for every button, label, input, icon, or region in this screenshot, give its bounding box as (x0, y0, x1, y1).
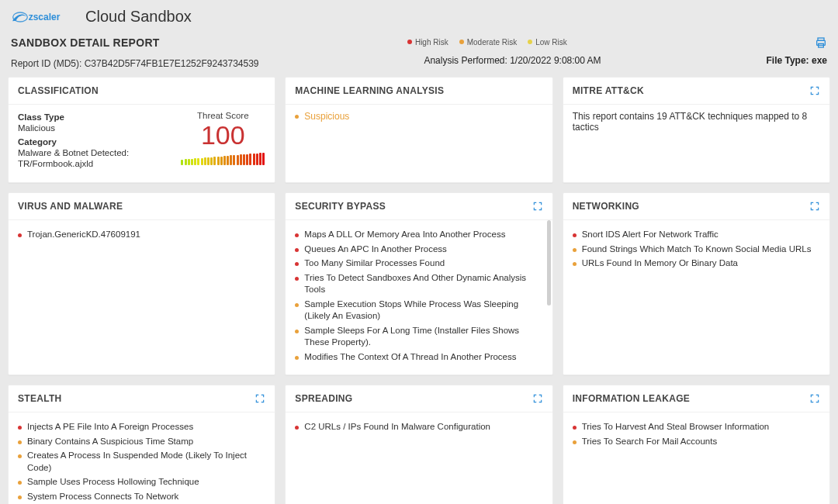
detection-name: TR/Formbook.ajxld (18, 159, 164, 168)
list-item: Injects A PE File Into A Foreign Process… (18, 421, 265, 433)
scrollbar[interactable] (547, 220, 551, 375)
card-grid: CLASSIFICATION Class Type Malicious Cate… (0, 77, 838, 504)
file-type: File Type: exe (767, 55, 828, 69)
list-item: Trojan.GenericKD.47609191 (18, 229, 265, 241)
class-type-value: Malicious (18, 123, 164, 133)
card-title: CLASSIFICATION (18, 85, 99, 96)
category-label: Category (18, 137, 164, 147)
card-virus-malware: VIRUS AND MALWARE Trojan.GenericKD.47609… (8, 192, 275, 375)
zscaler-logo-icon: zscaler (11, 9, 73, 26)
legend-low: Low Risk (528, 38, 567, 47)
legend-medium: Moderate Risk (459, 38, 517, 47)
card-title: SPREADING (295, 393, 352, 404)
svg-text:zscaler: zscaler (29, 12, 61, 22)
expand-icon[interactable] (809, 201, 820, 212)
list-item: URLs Found In Memory Or Binary Data (573, 257, 820, 270)
ml-verdict: Suspicious (295, 111, 542, 122)
card-title: SECURITY BYPASS (295, 201, 386, 212)
list-item: Modifies The Context Of A Thread In Anot… (295, 351, 542, 364)
card-title: VIRUS AND MALWARE (18, 201, 123, 212)
report-id: Report ID (MD5): C37B42D5F74FB1E7E1252F9… (11, 58, 259, 69)
card-mitre: MITRE ATT&CK This report contains 19 ATT… (563, 77, 830, 183)
card-spreading: SPREADING C2 URLs / IPs Found In Malware… (285, 385, 552, 504)
card-title: NETWORKING (573, 201, 639, 212)
card-stealth: STEALTH Injects A PE File Into A Foreign… (8, 385, 275, 504)
list-item: Tries To Search For Mail Accounts (573, 436, 820, 448)
list-item: Too Many Similar Processes Found (295, 257, 542, 270)
list-item: Maps A DLL Or Memory Area Into Another P… (295, 229, 542, 241)
card-title: MITRE ATT&CK (573, 85, 644, 96)
svg-point-0 (13, 12, 28, 22)
card-info-leakage: INFORMATION LEAKAGE Tries To Harvest And… (563, 385, 830, 504)
list-item: C2 URLs / IPs Found In Malware Configura… (295, 421, 542, 433)
brand-logo: zscaler Cloud Sandbox (11, 8, 192, 26)
expand-icon[interactable] (809, 85, 820, 96)
legend-high: High Risk (407, 38, 448, 47)
risk-legend: High Risk Moderate Risk Low Risk (160, 38, 815, 47)
expand-icon[interactable] (809, 393, 820, 404)
expand-icon[interactable] (532, 393, 543, 404)
threat-score: Threat Score 100 (180, 111, 265, 173)
list-item: System Process Connects To Network (18, 491, 265, 503)
category-value: Malware & Botnet Detected: (18, 148, 164, 157)
list-item: Creates A Process In Suspended Mode (Lik… (18, 450, 265, 474)
mitre-summary: This report contains 19 ATT&CK technique… (573, 111, 820, 133)
list-item: Tries To Harvest And Steal Browser Infor… (573, 421, 820, 433)
list-item: Sample Sleeps For A Long Time (Installer… (295, 325, 542, 349)
print-icon[interactable] (815, 36, 827, 52)
card-security-bypass: SECURITY BYPASS Maps A DLL Or Memory Are… (285, 192, 552, 375)
list-item: Snort IDS Alert For Network Traffic (573, 229, 820, 241)
class-type-label: Class Type (18, 112, 164, 122)
list-item: Queues An APC In Another Process (295, 243, 542, 256)
card-title: INFORMATION LEAKAGE (573, 393, 690, 404)
list-item: Sample Execution Stops While Process Was… (295, 299, 542, 323)
card-ml-analysis: MACHINE LEARNING ANALYSIS Suspicious (285, 77, 552, 183)
product-name: Cloud Sandbox (85, 8, 192, 26)
card-networking: NETWORKING Snort IDS Alert For Network T… (563, 192, 830, 375)
card-classification: CLASSIFICATION Class Type Malicious Cate… (8, 77, 275, 183)
list-item: Binary Contains A Suspicious Time Stamp (18, 436, 265, 448)
card-title: MACHINE LEARNING ANALYSIS (295, 85, 444, 96)
list-item: Sample Uses Process Hollowing Technique (18, 476, 265, 488)
report-header: SANDBOX DETAIL REPORT High Risk Moderate… (0, 32, 838, 77)
topbar: zscaler Cloud Sandbox (0, 0, 838, 32)
page-title: SANDBOX DETAIL REPORT (11, 36, 160, 49)
expand-icon[interactable] (255, 393, 265, 404)
expand-icon[interactable] (532, 201, 543, 212)
card-title: STEALTH (18, 393, 62, 404)
threat-score-bar-icon (180, 153, 265, 165)
analysis-timestamp: Analysis Performed: 1/20/2022 9:08:00 AM (259, 55, 767, 69)
list-item: Found Strings Which Match To Known Socia… (573, 243, 820, 256)
list-item: Tries To Detect Sandboxes And Other Dyna… (295, 272, 542, 296)
